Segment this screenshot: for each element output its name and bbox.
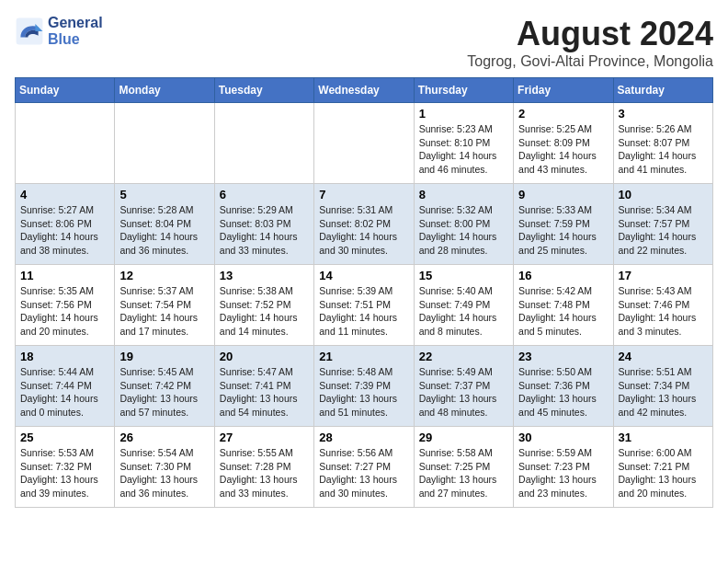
week-row-3: 11Sunrise: 5:35 AM Sunset: 7:56 PM Dayli… bbox=[16, 265, 713, 346]
day-number: 1 bbox=[419, 107, 508, 121]
cell-content: Sunrise: 5:49 AM Sunset: 7:37 PM Dayligh… bbox=[419, 365, 508, 419]
day-number: 10 bbox=[619, 188, 708, 201]
cell-content: Sunrise: 5:58 AM Sunset: 7:25 PM Dayligh… bbox=[419, 446, 508, 500]
day-number: 27 bbox=[220, 431, 309, 444]
logo-icon bbox=[15, 17, 44, 46]
cell-content: Sunrise: 5:27 AM Sunset: 8:06 PM Dayligh… bbox=[20, 203, 109, 258]
cell-content: Sunrise: 5:42 AM Sunset: 7:48 PM Dayligh… bbox=[518, 284, 608, 339]
cell-w3-d6: 16Sunrise: 5:42 AM Sunset: 7:48 PM Dayli… bbox=[514, 265, 613, 346]
day-number: 24 bbox=[619, 350, 708, 363]
cell-w2-d2: 5Sunrise: 5:28 AM Sunset: 8:04 PM Daylig… bbox=[115, 184, 214, 265]
day-number: 17 bbox=[619, 269, 708, 282]
day-number: 7 bbox=[319, 188, 408, 201]
day-number: 9 bbox=[518, 188, 608, 201]
cell-content: Sunrise: 5:59 AM Sunset: 7:23 PM Dayligh… bbox=[518, 446, 608, 500]
cell-w1-d3 bbox=[214, 103, 313, 184]
cell-w4-d2: 19Sunrise: 5:45 AM Sunset: 7:42 PM Dayli… bbox=[115, 346, 214, 427]
cell-w1-d1 bbox=[16, 103, 115, 184]
day-number: 15 bbox=[419, 269, 508, 282]
cell-content: Sunrise: 5:31 AM Sunset: 8:02 PM Dayligh… bbox=[319, 203, 408, 258]
calendar-body: 1Sunrise: 5:23 AM Sunset: 8:10 PM Daylig… bbox=[16, 103, 713, 508]
day-number: 3 bbox=[619, 107, 708, 121]
cell-w5-d2: 26Sunrise: 5:54 AM Sunset: 7:30 PM Dayli… bbox=[115, 427, 214, 508]
week-row-1: 1Sunrise: 5:23 AM Sunset: 8:10 PM Daylig… bbox=[16, 103, 713, 184]
cell-content: Sunrise: 5:32 AM Sunset: 8:00 PM Dayligh… bbox=[419, 203, 508, 258]
cell-content: Sunrise: 6:00 AM Sunset: 7:21 PM Dayligh… bbox=[619, 446, 708, 500]
cell-content: Sunrise: 5:34 AM Sunset: 7:57 PM Dayligh… bbox=[619, 203, 708, 258]
cell-w4-d3: 20Sunrise: 5:47 AM Sunset: 7:41 PM Dayli… bbox=[214, 346, 313, 427]
cell-w3-d3: 13Sunrise: 5:38 AM Sunset: 7:52 PM Dayli… bbox=[214, 265, 313, 346]
cell-w5-d4: 28Sunrise: 5:56 AM Sunset: 7:27 PM Dayli… bbox=[314, 427, 414, 508]
calendar-table: Sunday Monday Tuesday Wednesday Thursday… bbox=[15, 77, 713, 508]
cell-w2-d1: 4Sunrise: 5:27 AM Sunset: 8:06 PM Daylig… bbox=[16, 184, 115, 265]
cell-content: Sunrise: 5:53 AM Sunset: 7:32 PM Dayligh… bbox=[20, 446, 109, 500]
cell-w5-d5: 29Sunrise: 5:58 AM Sunset: 7:25 PM Dayli… bbox=[414, 427, 513, 508]
cell-content: Sunrise: 5:35 AM Sunset: 7:56 PM Dayligh… bbox=[20, 284, 109, 339]
day-number: 16 bbox=[518, 269, 608, 282]
cell-w4-d5: 22Sunrise: 5:49 AM Sunset: 7:37 PM Dayli… bbox=[414, 346, 513, 427]
cell-content: Sunrise: 5:43 AM Sunset: 7:46 PM Dayligh… bbox=[619, 284, 708, 339]
day-number: 6 bbox=[220, 188, 309, 201]
logo: General Blue bbox=[15, 15, 103, 48]
cell-w1-d5: 1Sunrise: 5:23 AM Sunset: 8:10 PM Daylig… bbox=[414, 103, 513, 184]
day-number: 22 bbox=[419, 350, 508, 363]
cell-w3-d5: 15Sunrise: 5:40 AM Sunset: 7:49 PM Dayli… bbox=[414, 265, 513, 346]
cell-content: Sunrise: 5:45 AM Sunset: 7:42 PM Dayligh… bbox=[119, 365, 209, 419]
day-number: 2 bbox=[518, 107, 608, 121]
cell-w3-d2: 12Sunrise: 5:37 AM Sunset: 7:54 PM Dayli… bbox=[115, 265, 214, 346]
day-number: 30 bbox=[518, 431, 608, 444]
header-monday: Monday bbox=[115, 78, 214, 103]
cell-content: Sunrise: 5:33 AM Sunset: 7:59 PM Dayligh… bbox=[518, 203, 608, 258]
logo-text: General Blue bbox=[48, 15, 103, 48]
cell-content: Sunrise: 5:26 AM Sunset: 8:07 PM Dayligh… bbox=[619, 122, 708, 177]
cell-w1-d2 bbox=[115, 103, 214, 184]
week-row-5: 25Sunrise: 5:53 AM Sunset: 7:32 PM Dayli… bbox=[16, 427, 713, 508]
header-saturday: Saturday bbox=[613, 78, 712, 103]
cell-content: Sunrise: 5:40 AM Sunset: 7:49 PM Dayligh… bbox=[419, 284, 508, 339]
cell-content: Sunrise: 5:51 AM Sunset: 7:34 PM Dayligh… bbox=[619, 365, 708, 419]
weekday-header-row: Sunday Monday Tuesday Wednesday Thursday… bbox=[16, 78, 713, 103]
cell-content: Sunrise: 5:23 AM Sunset: 8:10 PM Dayligh… bbox=[419, 122, 508, 177]
cell-w5-d6: 30Sunrise: 5:59 AM Sunset: 7:23 PM Dayli… bbox=[514, 427, 613, 508]
cell-w5-d3: 27Sunrise: 5:55 AM Sunset: 7:28 PM Dayli… bbox=[214, 427, 313, 508]
cell-content: Sunrise: 5:28 AM Sunset: 8:04 PM Dayligh… bbox=[119, 203, 209, 258]
calendar-header: Sunday Monday Tuesday Wednesday Thursday… bbox=[16, 78, 713, 103]
cell-w4-d7: 24Sunrise: 5:51 AM Sunset: 7:34 PM Dayli… bbox=[613, 346, 712, 427]
cell-w4-d6: 23Sunrise: 5:50 AM Sunset: 7:36 PM Dayli… bbox=[514, 346, 613, 427]
main-title: August 2024 bbox=[467, 15, 713, 53]
day-number: 5 bbox=[119, 188, 209, 201]
cell-w2-d6: 9Sunrise: 5:33 AM Sunset: 7:59 PM Daylig… bbox=[514, 184, 613, 265]
day-number: 8 bbox=[419, 188, 508, 201]
day-number: 20 bbox=[220, 350, 309, 363]
day-number: 19 bbox=[119, 350, 209, 363]
day-number: 25 bbox=[20, 431, 109, 444]
cell-w5-d1: 25Sunrise: 5:53 AM Sunset: 7:32 PM Dayli… bbox=[16, 427, 115, 508]
cell-content: Sunrise: 5:25 AM Sunset: 8:09 PM Dayligh… bbox=[518, 122, 608, 177]
header: General Blue August 2024 Togrog, Govi-Al… bbox=[15, 15, 713, 70]
header-friday: Friday bbox=[514, 78, 613, 103]
cell-content: Sunrise: 5:29 AM Sunset: 8:03 PM Dayligh… bbox=[220, 203, 309, 258]
title-area: August 2024 Togrog, Govi-Altai Province,… bbox=[467, 15, 713, 70]
cell-content: Sunrise: 5:56 AM Sunset: 7:27 PM Dayligh… bbox=[319, 446, 408, 500]
cell-content: Sunrise: 5:55 AM Sunset: 7:28 PM Dayligh… bbox=[220, 446, 309, 500]
cell-w1-d7: 3Sunrise: 5:26 AM Sunset: 8:07 PM Daylig… bbox=[613, 103, 712, 184]
week-row-2: 4Sunrise: 5:27 AM Sunset: 8:06 PM Daylig… bbox=[16, 184, 713, 265]
cell-w2-d7: 10Sunrise: 5:34 AM Sunset: 7:57 PM Dayli… bbox=[613, 184, 712, 265]
day-number: 11 bbox=[20, 269, 109, 282]
cell-w2-d5: 8Sunrise: 5:32 AM Sunset: 8:00 PM Daylig… bbox=[414, 184, 513, 265]
cell-content: Sunrise: 5:48 AM Sunset: 7:39 PM Dayligh… bbox=[319, 365, 408, 419]
cell-w2-d3: 6Sunrise: 5:29 AM Sunset: 8:03 PM Daylig… bbox=[214, 184, 313, 265]
header-thursday: Thursday bbox=[414, 78, 513, 103]
day-number: 26 bbox=[119, 431, 209, 444]
day-number: 12 bbox=[119, 269, 209, 282]
cell-w1-d6: 2Sunrise: 5:25 AM Sunset: 8:09 PM Daylig… bbox=[514, 103, 613, 184]
header-wednesday: Wednesday bbox=[314, 78, 414, 103]
cell-content: Sunrise: 5:37 AM Sunset: 7:54 PM Dayligh… bbox=[119, 284, 209, 339]
cell-content: Sunrise: 5:47 AM Sunset: 7:41 PM Dayligh… bbox=[220, 365, 309, 419]
cell-w1-d4 bbox=[314, 103, 414, 184]
day-number: 29 bbox=[419, 431, 508, 444]
week-row-4: 18Sunrise: 5:44 AM Sunset: 7:44 PM Dayli… bbox=[16, 346, 713, 427]
cell-w4-d4: 21Sunrise: 5:48 AM Sunset: 7:39 PM Dayli… bbox=[314, 346, 414, 427]
cell-w5-d7: 31Sunrise: 6:00 AM Sunset: 7:21 PM Dayli… bbox=[613, 427, 712, 508]
cell-w2-d4: 7Sunrise: 5:31 AM Sunset: 8:02 PM Daylig… bbox=[314, 184, 414, 265]
